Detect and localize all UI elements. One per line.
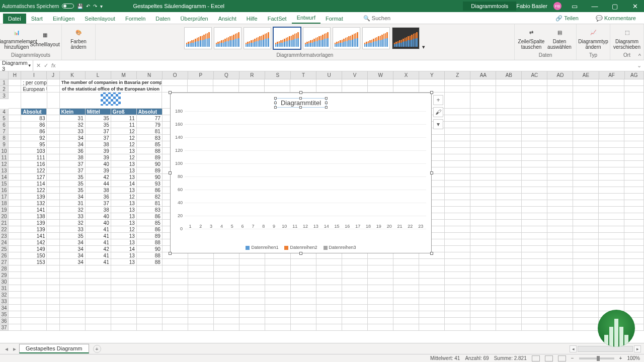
cell[interactable]: 40 (86, 213, 111, 220)
cell[interactable] (522, 141, 547, 148)
cell[interactable] (47, 79, 60, 86)
cell[interactable]: 32 (60, 207, 86, 213)
cell[interactable]: of the statistical office of the Europea… (60, 86, 162, 93)
cell[interactable] (316, 292, 342, 298)
cell[interactable] (470, 148, 496, 154)
cell[interactable] (239, 259, 265, 265)
cell[interactable] (316, 298, 342, 305)
cell[interactable] (547, 109, 573, 115)
cell[interactable] (316, 79, 342, 86)
resize-handle[interactable] (169, 252, 172, 255)
cell[interactable] (163, 298, 188, 305)
cell[interactable] (445, 128, 470, 135)
cell[interactable] (599, 109, 624, 115)
cell[interactable] (522, 305, 547, 311)
cell[interactable] (316, 265, 342, 272)
cell[interactable] (547, 200, 573, 207)
cell[interactable] (21, 292, 47, 298)
cell[interactable]: 31 (60, 115, 86, 122)
cell[interactable]: 33 (60, 213, 86, 220)
cell[interactable]: The number of companies in Bavaria per c… (60, 79, 162, 86)
cell[interactable] (86, 298, 111, 305)
cell[interactable]: 14 (111, 180, 137, 187)
switch-row-column-button[interactable]: ⇄Zeile/Spalte tauschen (518, 27, 545, 50)
cell[interactable] (9, 109, 21, 115)
cell[interactable] (470, 324, 496, 331)
cell[interactable]: 127 (21, 174, 47, 180)
resize-handle[interactable] (430, 91, 433, 94)
cell[interactable] (624, 200, 644, 207)
row-header[interactable]: 18 (0, 200, 9, 207)
add-sheet-button[interactable]: + (93, 345, 101, 353)
cell[interactable]: 39 (86, 167, 111, 174)
cell[interactable] (624, 109, 644, 115)
chart-style-preview[interactable] (303, 27, 331, 49)
cell[interactable] (522, 259, 547, 265)
column-header[interactable]: P (188, 71, 214, 79)
column-header[interactable]: X (393, 71, 419, 79)
cell[interactable] (239, 79, 265, 86)
cell[interactable] (599, 174, 624, 180)
cell[interactable] (599, 86, 624, 93)
bar[interactable]: 13 (311, 222, 320, 229)
cell[interactable] (9, 79, 21, 86)
cell[interactable] (111, 292, 137, 298)
cell[interactable] (86, 272, 111, 279)
cell[interactable] (445, 324, 470, 331)
cell[interactable] (573, 233, 599, 239)
row-header[interactable]: 20 (0, 213, 9, 220)
cell[interactable] (419, 318, 445, 324)
cell[interactable]: 13 (111, 207, 137, 213)
cell[interactable] (239, 292, 265, 298)
cell[interactable] (291, 272, 316, 279)
cell[interactable] (290, 79, 316, 86)
cell[interactable] (573, 174, 599, 180)
autosave-toggle[interactable] (62, 4, 74, 9)
column-header[interactable]: H (9, 71, 21, 79)
column-header[interactable]: W (368, 71, 393, 79)
cell[interactable] (547, 265, 573, 272)
row-header[interactable]: 25 (0, 246, 9, 252)
cell[interactable] (419, 311, 445, 318)
cell[interactable] (419, 279, 445, 285)
cell[interactable] (624, 128, 644, 135)
cell[interactable]: 38 (86, 141, 111, 148)
cell[interactable] (547, 180, 573, 187)
cell[interactable] (47, 324, 59, 331)
cell[interactable] (445, 252, 470, 259)
cell[interactable] (137, 272, 163, 279)
cell[interactable] (445, 135, 470, 141)
chart-object[interactable]: Diagrammtitel 02040608010012014016018012… (170, 93, 432, 253)
cell[interactable]: 13 (111, 161, 137, 167)
bar[interactable]: 7 (249, 222, 258, 229)
cell[interactable] (599, 180, 624, 187)
cell[interactable] (445, 180, 470, 187)
cell[interactable] (522, 226, 547, 233)
cell[interactable] (547, 93, 573, 109)
cell[interactable] (547, 161, 573, 167)
cell[interactable] (214, 279, 239, 285)
cell[interactable]: 88 (137, 239, 163, 246)
cell[interactable] (21, 93, 47, 109)
cell[interactable] (496, 187, 522, 194)
cell[interactable] (599, 115, 624, 122)
column-header[interactable]: AE (573, 71, 599, 79)
cell[interactable]: 12 (111, 154, 137, 161)
column-header[interactable]: AA (470, 71, 496, 79)
cell[interactable] (496, 180, 522, 187)
cell[interactable] (47, 233, 59, 239)
row-header[interactable]: 2 (0, 86, 9, 93)
cell[interactable] (239, 318, 265, 324)
cell[interactable]: 34 (60, 246, 86, 252)
cell[interactable] (342, 279, 368, 285)
cell[interactable] (522, 292, 547, 298)
comments-button[interactable]: 💬 Kommentare (591, 13, 641, 24)
scroll-left-icon[interactable]: ◂ (570, 345, 577, 352)
cell[interactable]: 40 (86, 161, 111, 167)
cell[interactable] (522, 207, 547, 213)
cell[interactable]: 89 (137, 233, 163, 239)
cell[interactable]: 132 (21, 200, 47, 207)
cell[interactable] (214, 265, 239, 272)
row-header[interactable]: 37 (0, 324, 9, 331)
cell[interactable] (265, 311, 291, 318)
